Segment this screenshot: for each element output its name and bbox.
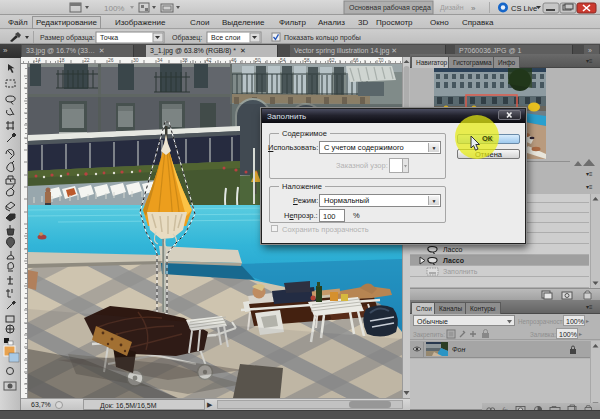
svg-text:26: 26: [108, 57, 114, 63]
svg-text:CS Live: CS Live: [511, 4, 537, 13]
svg-text:Размер образца:: Размер образца:: [40, 34, 95, 42]
svg-text:»: »: [471, 4, 476, 13]
svg-text:46: 46: [231, 57, 237, 63]
svg-text:70: 70: [378, 57, 384, 63]
svg-text:Показать кольцо пробы: Показать кольцо пробы: [284, 34, 361, 42]
svg-text:Точка: Точка: [100, 34, 118, 41]
svg-text:38: 38: [182, 57, 188, 63]
svg-text:50: 50: [255, 57, 261, 63]
svg-text:34: 34: [157, 57, 163, 63]
svg-text:30: 30: [133, 57, 139, 63]
svg-text:18: 18: [59, 57, 65, 63]
svg-text:Основная рабочая среда: Основная рабочая среда: [349, 4, 431, 12]
svg-text:66: 66: [353, 57, 359, 63]
svg-text:62: 62: [329, 57, 335, 63]
svg-text:22: 22: [84, 57, 90, 63]
svg-text:58: 58: [304, 57, 310, 63]
svg-text:100%: 100%: [104, 4, 124, 13]
svg-text:42: 42: [206, 57, 212, 63]
svg-text:Образец:: Образец:: [172, 34, 202, 42]
svg-text:14: 14: [35, 57, 41, 63]
svg-text:Дизайн: Дизайн: [440, 4, 464, 12]
svg-text:Все слои: Все слои: [211, 34, 241, 41]
svg-text:54: 54: [280, 57, 286, 63]
